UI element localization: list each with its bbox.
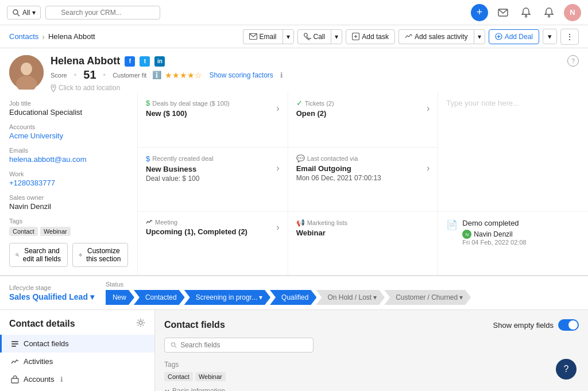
sidebar-item-accounts[interactable]: Accounts ℹ	[0, 370, 154, 388]
global-search-input[interactable]	[45, 6, 160, 20]
demo-user-row: N Navin Denzil	[462, 230, 526, 239]
left-fields-panel: Job title Educational Specialist Account…	[0, 92, 138, 275]
profile-header: Helena Abbott f t in Score • 51 • Custom…	[0, 48, 588, 92]
meeting-card[interactable]: Meeting Upcoming (1), Completed (2) ›	[138, 212, 288, 275]
tags-label: Tags	[9, 218, 128, 224]
card-row: 📢 Marketing lists Webinar	[296, 219, 430, 237]
tag-webinar-field: Webinar	[195, 372, 226, 381]
location-placeholder: Click to add location	[59, 84, 120, 92]
email-main-button[interactable]: Email	[243, 29, 283, 44]
show-empty-label: Show empty fields	[493, 321, 554, 330]
card-chevron: ›	[276, 222, 279, 233]
pipeline-stage-onhold[interactable]: On Hold / Lost ▾	[316, 290, 385, 305]
demo-date: Fri 04 Feb, 2022 02:08	[462, 239, 526, 246]
status-label: Status	[106, 281, 471, 288]
gear-button[interactable]	[136, 318, 145, 329]
card-chevron: ›	[276, 103, 279, 114]
tag-webinar: Webinar	[40, 227, 71, 236]
add-deal-caret-button[interactable]: ▾	[543, 29, 557, 44]
card-header: ✓ Tickets (2)	[296, 99, 334, 107]
emails-field: Emails helena.abbott@au.com	[9, 147, 128, 164]
svg-point-22	[80, 254, 82, 256]
svg-rect-28	[11, 341, 18, 342]
breadcrumb-parent-link[interactable]: Contacts	[9, 32, 38, 41]
contact-fields-title: Contact fields	[164, 320, 225, 330]
deal-icon	[495, 33, 502, 40]
svg-point-32	[171, 343, 175, 346]
pipeline-stage-qualified[interactable]: Qualified	[270, 290, 316, 305]
tag-contact: Contact	[9, 227, 38, 236]
user-avatar[interactable]: N	[564, 4, 581, 21]
profile-help-button[interactable]: ?	[567, 55, 579, 67]
card-sub: Mon 06 Dec, 2021 07:00:13	[296, 174, 381, 182]
email-caret-button[interactable]: ▾	[283, 29, 294, 44]
card-chevron: ›	[276, 163, 279, 173]
call-action: Call ▾	[297, 29, 343, 44]
lifecycle-value[interactable]: Sales Qualified Lead ▾	[9, 292, 94, 301]
linkedin-icon[interactable]: in	[154, 56, 165, 67]
avatar-image	[9, 55, 44, 90]
email-icon-button[interactable]	[495, 5, 511, 21]
recent-deal-card[interactable]: $ Recently created deal New Business Dea…	[138, 148, 288, 212]
pipeline-stages: New Contacted Screening in progr... ▾ Qu…	[106, 290, 471, 305]
tickets-card[interactable]: ✓ Tickets (2) Open (2) ›	[288, 92, 438, 147]
svg-point-20	[16, 254, 18, 256]
add-task-button[interactable]: Add task	[346, 29, 395, 44]
search-wrap	[45, 6, 160, 20]
basic-info-section[interactable]: Basic information	[164, 387, 579, 391]
contact-avatar	[9, 55, 44, 90]
notifications-icon-button[interactable]	[518, 5, 534, 21]
svg-point-8	[548, 16, 550, 17]
cards-grid: $ Deals by deal stage ($ 100) New ($ 100…	[138, 92, 588, 275]
pipeline-stage-screening[interactable]: Screening in progr... ▾	[184, 290, 270, 305]
note-card[interactable]: Type your note here...	[438, 92, 588, 211]
marketing-lists-card[interactable]: 📢 Marketing lists Webinar	[288, 212, 438, 275]
demo-icon: 📄	[446, 219, 458, 230]
facebook-icon[interactable]: f	[125, 56, 135, 67]
card-row: 💬 Last contacted via Email Outgoing Mon …	[296, 154, 430, 182]
note-placeholder: Type your note here...	[446, 99, 519, 107]
breadcrumb: Contacts › Helena Abbott	[9, 32, 95, 41]
search-edit-button[interactable]: Search and edit all fields	[9, 243, 68, 267]
pipeline-stage-new[interactable]: New	[106, 290, 134, 305]
customize-button[interactable]: Customize this section	[72, 243, 128, 267]
avatar-wrap	[9, 55, 44, 90]
sales-activity-caret-button[interactable]: ▾	[474, 29, 485, 44]
add-sales-activity-button[interactable]: Add sales activity	[399, 29, 474, 44]
create-button[interactable]: +	[471, 4, 488, 21]
scoring-link[interactable]: Show scoring factors	[209, 71, 273, 79]
more-options-button[interactable]: ⋮	[560, 29, 579, 45]
email-value[interactable]: helena.abbott@au.com	[9, 155, 87, 164]
sidebar-item-contact-fields[interactable]: Contact fields	[0, 335, 154, 353]
add-deal-button[interactable]: Add Deal	[489, 29, 539, 44]
twitter-icon[interactable]: t	[140, 56, 150, 67]
last-contacted-card[interactable]: 💬 Last contacted via Email Outgoing Mon …	[288, 148, 438, 212]
work-value[interactable]: +1280383777	[9, 179, 55, 187]
fields-header: Contact fields Show empty fields	[164, 319, 579, 331]
lifecycle-bar: Lifecycle stage Sales Qualified Lead ▾ S…	[0, 276, 588, 310]
pipeline-stage-contacted[interactable]: Contacted	[134, 290, 185, 305]
deals-card[interactable]: $ Deals by deal stage ($ 100) New ($ 100…	[138, 92, 288, 147]
contact-details-sidebar: Contact details Contact fields Activitie…	[0, 310, 155, 391]
fields-search-input[interactable]	[180, 341, 307, 349]
search-icon	[12, 9, 20, 17]
work-field: Work +1280383777	[9, 171, 128, 187]
pipeline-stage-churned[interactable]: Customer / Churned ▾	[384, 290, 471, 305]
accounts-icon	[11, 375, 19, 384]
bottom-section: Contact details Contact fields Activitie…	[0, 310, 588, 391]
nav-all-button[interactable]: All ▾	[7, 6, 41, 20]
demo-info: Demo completed N Navin Denzil Fri 04 Feb…	[462, 219, 526, 246]
sidebar-item-activities[interactable]: Activities	[0, 353, 154, 370]
lifecycle-label: Lifecycle stage	[9, 284, 94, 291]
profile-info-block: Helena Abbott f t in Score • 51 • Custom…	[51, 55, 567, 92]
location-field[interactable]: Click to add location	[51, 84, 567, 92]
tag-contact-field: Contact	[164, 372, 193, 381]
call-caret-button[interactable]: ▾	[331, 29, 342, 44]
call-main-button[interactable]: Call	[297, 29, 331, 44]
alerts-icon-button[interactable]	[541, 5, 557, 21]
work-label: Work	[9, 171, 128, 177]
accounts-value[interactable]: Acme University	[9, 131, 63, 140]
show-empty-toggle[interactable]	[558, 319, 579, 331]
card-header: $ Recently created deal	[146, 154, 214, 163]
help-fab-button[interactable]: ?	[556, 359, 577, 380]
